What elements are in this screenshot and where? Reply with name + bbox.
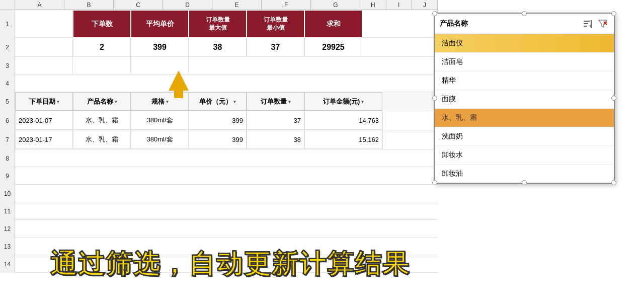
filter-clear-icon[interactable] [597, 18, 609, 30]
data-cell-spec-2: 380ml/套 [131, 130, 189, 149]
row-6-data-1: 6 2023-01-07 水、乳、霜 380ml/套 399 37 14,763 [0, 111, 438, 130]
row-1: 1 下单数 平均单价 订单数量最大值 订单数量最小值 求和 [0, 10, 438, 38]
filter-header-icons [582, 18, 609, 30]
dropdown-arrow-product[interactable]: ▾ [115, 99, 117, 104]
row-12: 12 [0, 220, 438, 238]
data-header-qty: 订单数量 ▾ [247, 92, 304, 111]
arrow-stem [174, 91, 183, 98]
row-10: 10 [0, 185, 438, 202]
header-empty-rest [382, 92, 438, 111]
resize-handle-bc[interactable] [522, 180, 527, 185]
col-header-row: A B C D E F G H I J [0, 0, 438, 10]
row-num-11: 11 [0, 202, 15, 220]
summary-data-avg-price: 399 [131, 38, 189, 57]
summary-data-sum: 29925 [304, 38, 362, 57]
col-header-d: D [163, 0, 212, 10]
row-11: 11 [0, 202, 438, 220]
row-num-14: 14 [0, 255, 15, 273]
col-header-j: J [412, 0, 438, 10]
summary-header-avg-price: 平均单价 [131, 10, 189, 38]
data-cell-amount-1: 14,763 [304, 111, 382, 130]
empty-rows: 8 9 10 11 12 13 14 [0, 149, 438, 307]
filter-item-5[interactable]: 洗面奶 [435, 127, 614, 146]
row-num-9: 9 [0, 167, 15, 185]
row-num-1: 1 [0, 10, 15, 38]
resize-handle-ml[interactable] [432, 96, 437, 101]
col-header-h: H [360, 0, 386, 10]
col-header-b: B [64, 0, 114, 10]
data-cell-spec-1: 380ml/套 [131, 111, 189, 130]
data-header-unit-price: 单价（元） ▾ [189, 92, 247, 111]
row-num-12: 12 [0, 220, 15, 238]
resize-handle-tc[interactable] [522, 11, 527, 16]
data-cell-qty-1: 37 [247, 111, 304, 130]
col-header-g: G [311, 0, 360, 10]
resize-handle-bl[interactable] [432, 180, 437, 185]
filter-item-0[interactable]: 洁面仪 [435, 34, 614, 53]
up-arrow [166, 70, 191, 98]
row-num-10: 10 [0, 185, 15, 202]
dropdown-arrow-amount[interactable]: ▾ [361, 99, 364, 104]
dropdown-arrow-qty[interactable]: ▾ [288, 99, 291, 104]
summary-header-orders: 下单数 [73, 10, 131, 38]
filter-item-3[interactable]: 面膜 [435, 90, 614, 109]
data-cell-date-1: 2023-01-07 [15, 111, 73, 130]
data-cell-product-2: 水、乳、霜 [73, 130, 131, 149]
annotation-text: 通过筛选，自动更新计算结果 [50, 247, 410, 282]
summary-header-max-qty: 订单数量最大值 [189, 10, 247, 38]
dropdown-arrow-price[interactable]: ▾ [233, 99, 236, 104]
filter-item-4[interactable]: 水、乳、霜 [435, 109, 614, 127]
row-3: 3 [0, 57, 438, 74]
data-cell-product-1: 水、乳、霜 [73, 111, 131, 130]
resize-handle-br[interactable] [611, 180, 616, 185]
row-9: 9 [0, 167, 438, 185]
row-col-spacer [0, 0, 15, 10]
col-header-f: F [262, 0, 311, 10]
filter-title: 产品名称 [440, 19, 468, 28]
cell-a3 [15, 57, 73, 74]
cell-a1 [15, 10, 73, 38]
cell-b3 [73, 57, 131, 74]
filter-panel: 产品名称 洁面仪 洁面 [434, 13, 615, 184]
filter-item-1[interactable]: 洁面皂 [435, 53, 614, 71]
row-num-7: 7 [0, 130, 15, 149]
data-header-product: 产品名称 ▾ [73, 92, 131, 111]
summary-data-orders: 2 [73, 38, 131, 57]
row-7-data-2: 7 2023-01-17 水、乳、霜 380ml/套 399 38 15,162 [0, 130, 438, 149]
data-cell-amount-2: 15,162 [304, 130, 382, 149]
data-cell-price-1: 399 [189, 111, 247, 130]
cell-rest-6 [382, 111, 438, 130]
col-header-e: E [212, 0, 262, 10]
dropdown-arrow-spec[interactable]: ▾ [166, 99, 169, 104]
filter-item-2[interactable]: 精华 [435, 71, 614, 90]
row-2: 2 2 399 38 37 29925 [0, 38, 438, 57]
row-num-4: 4 [0, 74, 15, 92]
cell-g2-empty [362, 38, 438, 57]
filter-sort-icon[interactable] [582, 18, 594, 30]
data-cell-qty-2: 38 [247, 130, 304, 149]
row-4: 4 [0, 74, 438, 92]
dropdown-arrow-date[interactable]: ▾ [57, 99, 59, 104]
row-num-13: 13 [0, 238, 15, 255]
filter-item-6[interactable]: 卸妆水 [435, 146, 614, 165]
row-5-data-header: 5 下单日期 ▾ 产品名称 ▾ 规格 ▾ 单价（元） ▾ 订单数量 ▾ 订单金额… [0, 92, 438, 111]
summary-data-min-qty: 37 [247, 38, 304, 57]
row-num-2: 2 [0, 38, 15, 57]
resize-handle-mr[interactable] [611, 96, 616, 101]
row-num-8: 8 [0, 149, 15, 167]
row-num-6: 6 [0, 111, 15, 130]
cell-rest-7 [382, 130, 438, 149]
col-header-c: C [114, 0, 163, 10]
cell-rest-3 [189, 57, 438, 74]
summary-header-sum: 求和 [304, 10, 362, 38]
resize-handle-tl[interactable] [432, 11, 437, 16]
data-cell-price-2: 399 [189, 130, 247, 149]
summary-data-max-qty: 38 [189, 38, 247, 57]
resize-handle-tr[interactable] [611, 11, 616, 16]
col-header-i: I [386, 0, 412, 10]
filter-header: 产品名称 [435, 14, 614, 34]
col-header-a: A [15, 0, 64, 10]
cell-g1-empty [362, 10, 438, 38]
cell-a2 [15, 38, 73, 57]
row-num-3: 3 [0, 57, 15, 74]
